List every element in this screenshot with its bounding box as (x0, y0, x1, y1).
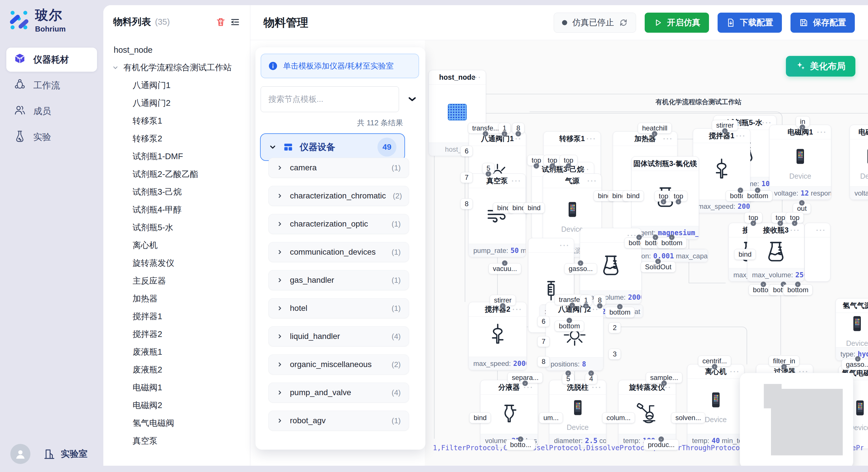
port-pill[interactable]: 7 (460, 172, 473, 183)
category-row[interactable]: gas_handler (1) (268, 270, 409, 290)
port-pill[interactable]: top (559, 155, 578, 166)
tree-item[interactable]: 废液瓶2 (103, 361, 250, 379)
port-pill[interactable]: um... (539, 412, 563, 423)
beautify-layout-button[interactable]: 美化布局 (786, 56, 856, 76)
tree-item[interactable]: 试剂瓶4-甲醇 (103, 201, 250, 219)
category-row[interactable]: robot_agv (1) (268, 411, 409, 431)
tree-item[interactable]: 加热器 (103, 290, 250, 308)
port-pill[interactable]: 8 (594, 295, 606, 306)
tree-item[interactable]: 真空泵 (103, 432, 250, 450)
tree-item[interactable]: 旋转蒸发仪 (103, 255, 250, 272)
port-pill[interactable]: filter_in (769, 356, 799, 367)
category-group-equipment[interactable]: 仪器设备 49 (260, 133, 405, 161)
port-pill[interactable]: bind (734, 249, 756, 260)
tree-item[interactable]: 离心机 (103, 237, 250, 255)
bohrium-logo[interactable]: 玻尔 Bohrium (8, 6, 66, 34)
simulation-status-pill[interactable]: 仿真已停止 (554, 12, 636, 33)
start-simulation-button[interactable]: 开启仿真 (645, 12, 709, 33)
sidebar-nav-item[interactable]: 成员 (6, 99, 97, 123)
tree-item[interactable]: 八通阀门1 (103, 76, 250, 94)
template-search-input[interactable] (260, 86, 399, 112)
port-pill[interactable]: in (796, 116, 810, 127)
trash-icon[interactable] (216, 17, 226, 27)
graph-node[interactable]: 氢气气源 ··· Device type:hydrogen (836, 298, 868, 361)
collapse-tree-icon[interactable] (230, 17, 240, 27)
port-pill[interactable]: top (744, 212, 763, 223)
port-pill[interactable]: botto... (506, 439, 535, 450)
port-pill[interactable]: top (670, 191, 687, 202)
port-pill[interactable]: separa... (507, 372, 543, 383)
port-pill[interactable]: top (544, 155, 561, 166)
port-pill[interactable]: bottom (657, 237, 687, 248)
tree-item[interactable]: 主反应器 (103, 272, 250, 290)
graph-node[interactable]: 电磁阀1 ··· Device voltage:12 (769, 125, 831, 200)
node-menu-icon[interactable]: ··· (560, 238, 570, 252)
port-pill[interactable]: solven... (671, 412, 705, 423)
tree-item[interactable]: 搅拌器1 (103, 308, 250, 326)
panel-collapse-chevron-icon[interactable] (406, 93, 418, 105)
category-row[interactable]: camera (1) (268, 158, 409, 178)
tree-item[interactable]: 电磁阀2 (103, 397, 250, 414)
tree-item[interactable]: 试剂瓶1-DMF (103, 148, 250, 165)
tree-item-host-node[interactable]: host_node (103, 41, 250, 59)
category-row[interactable]: characterization_chromatic (2) (268, 186, 409, 206)
tree-item[interactable]: 试剂瓶5-水 (103, 219, 250, 237)
port-pill[interactable]: stirrer (490, 295, 516, 306)
port-pill[interactable]: 5 (562, 373, 575, 384)
node-menu-icon[interactable]: ··· (816, 223, 826, 237)
sidebar-nav-item[interactable]: 工作流 (6, 73, 97, 98)
port-pill[interactable]: 1 (580, 295, 592, 306)
tree-item[interactable]: 氢气电磁阀 (103, 414, 250, 432)
port-pill[interactable]: 4 (585, 373, 597, 384)
port-pill[interactable]: top (786, 212, 804, 223)
sidebar-nav-item[interactable]: 实验 (6, 125, 97, 149)
port-pill[interactable]: gasso... (842, 359, 868, 370)
port-pill[interactable]: stirrer (712, 120, 738, 131)
tree-group-workstation[interactable]: 有机化学流程综合测试工作站 (103, 59, 250, 76)
port-pill[interactable]: 8 (512, 123, 524, 134)
port-pill[interactable]: transfe... (468, 123, 503, 134)
port-pill[interactable]: SolidOut (641, 262, 676, 272)
tree-item[interactable]: 转移泵1 (103, 112, 250, 130)
tree-item[interactable]: 转移泵2 (103, 130, 250, 148)
tree-item[interactable]: 试剂瓶3-己烷 (103, 183, 250, 201)
tree-item[interactable]: 搅拌器2 (103, 326, 250, 343)
port-pill[interactable]: bottom (605, 307, 634, 318)
port-pill[interactable]: 7 (537, 336, 550, 347)
port-pill[interactable]: 3 (609, 349, 621, 360)
node-menu-icon[interactable]: ··· (817, 125, 827, 139)
node-menu-icon[interactable]: ··· (512, 174, 522, 188)
node-menu-icon[interactable]: ··· (472, 70, 482, 85)
port-pill[interactable]: vacuu... (489, 263, 521, 274)
port-pill[interactable]: 6 (537, 316, 550, 327)
tree-item[interactable]: 电磁阀1 (103, 379, 250, 397)
port-pill[interactable]: gasso... (564, 263, 597, 274)
port-pill[interactable]: bottom (783, 284, 813, 295)
user-avatar[interactable] (10, 444, 30, 464)
port-pill[interactable]: 1 (498, 123, 510, 134)
refresh-icon[interactable] (619, 19, 628, 27)
port-pill[interactable]: bottom (555, 321, 584, 332)
port-pill[interactable]: bottom (743, 191, 772, 201)
port-pill[interactable]: colum... (602, 412, 635, 423)
graph-node[interactable]: 电磁阀2 ··· Device voltage:12 (849, 125, 868, 200)
node-menu-icon[interactable]: ··· (736, 129, 746, 143)
node-menu-icon[interactable]: ··· (730, 365, 740, 379)
category-row[interactable]: pump_and_valve (4) (268, 382, 409, 403)
lab-switcher[interactable]: 实验室 (43, 448, 88, 460)
category-row[interactable]: characterization_optic (1) (268, 214, 409, 234)
node-menu-icon[interactable]: ··· (685, 157, 694, 171)
port-pill[interactable]: 2 (609, 322, 621, 333)
tree-item[interactable]: 废液瓶1 (103, 343, 250, 361)
sidebar-nav-item[interactable]: 仪器耗材 (6, 47, 97, 72)
graph-node[interactable]: 离心机 ··· Device temp:40 (687, 364, 744, 447)
graph-node[interactable]: 八通阀门2 ··· positions:8 (546, 302, 603, 371)
port-pill[interactable]: heatchill (638, 123, 672, 134)
port-pill[interactable]: 6 (460, 146, 473, 157)
graph-node[interactable]: 搅拌器2 ··· max_speed:2000 (468, 302, 527, 370)
node-menu-icon[interactable]: ··· (663, 132, 673, 146)
category-row[interactable]: hotel (1) (268, 298, 409, 318)
minimap[interactable] (740, 373, 854, 466)
port-pill[interactable]: centrif... (698, 356, 731, 367)
port-pill[interactable]: sample... (646, 372, 682, 383)
